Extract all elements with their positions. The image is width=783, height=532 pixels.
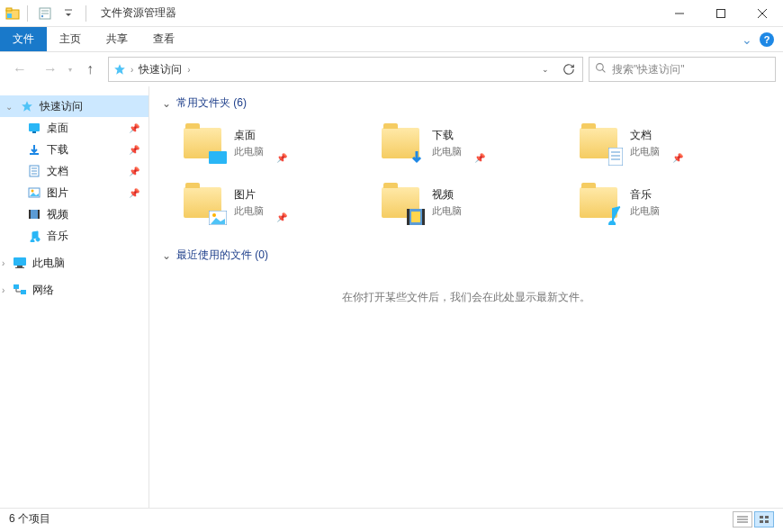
music-icon xyxy=(27,229,41,243)
pin-icon: 📌 xyxy=(672,153,683,163)
body: ⌄ 快速访问 桌面 📌 下载 📌 文档 📌 图片 📌 视频 xyxy=(0,86,783,508)
svg-point-6 xyxy=(41,14,43,16)
group-header-frequent[interactable]: ⌄ 常用文件夹 (6) xyxy=(162,95,770,111)
search-box[interactable] xyxy=(589,57,776,82)
collapse-icon: ⌄ xyxy=(162,249,171,262)
svg-rect-30 xyxy=(14,257,26,266)
help-icon[interactable]: ? xyxy=(760,32,774,47)
breadcrumb-item[interactable]: 快速访问 xyxy=(135,62,185,77)
status-count: 6 个项目 xyxy=(9,511,50,527)
folder-icon xyxy=(184,182,225,223)
star-icon xyxy=(20,99,34,113)
svg-rect-17 xyxy=(29,123,40,131)
qat-dropdown-button[interactable] xyxy=(58,4,78,23)
desktop-icon xyxy=(27,121,41,135)
folder-icon xyxy=(184,122,225,164)
folder-item-music[interactable]: 音乐 此电脑 xyxy=(580,179,760,226)
svg-rect-1 xyxy=(6,8,12,11)
address-icon xyxy=(111,63,129,76)
sidebar-item-videos[interactable]: 视频 xyxy=(0,203,148,225)
sidebar-item-label: 桌面 xyxy=(47,121,68,136)
group-title: 常用文件夹 (6) xyxy=(176,95,247,111)
nav-forward-button[interactable]: → xyxy=(38,57,63,82)
expand-icon[interactable]: › xyxy=(2,285,4,295)
pin-icon: 📌 xyxy=(129,188,140,198)
sidebar-item-downloads[interactable]: 下载 📌 xyxy=(0,139,148,160)
ribbon-right: ⌄ ? xyxy=(742,27,783,51)
search-input[interactable] xyxy=(612,63,770,76)
svg-point-25 xyxy=(32,190,34,193)
address-dropdown-button[interactable]: ⌄ xyxy=(534,58,557,81)
window-controls xyxy=(659,0,783,27)
computer-icon xyxy=(13,256,27,270)
address-actions: ⌄ xyxy=(534,58,580,81)
expand-icon[interactable]: › xyxy=(2,258,4,268)
sidebar-item-music[interactable]: 音乐 xyxy=(0,225,148,247)
tab-file[interactable]: 文件 xyxy=(0,27,47,51)
svg-rect-34 xyxy=(21,290,26,294)
qat-separator xyxy=(27,5,28,22)
tab-share[interactable]: 共享 xyxy=(94,27,140,51)
folder-location: 此电脑 xyxy=(432,204,462,218)
view-switcher xyxy=(733,511,774,527)
pin-icon: 📌 xyxy=(276,212,287,222)
svg-rect-35 xyxy=(209,151,227,164)
sidebar-item-desktop[interactable]: 桌面 📌 xyxy=(0,117,148,139)
breadcrumb-sep[interactable]: › xyxy=(129,65,135,75)
sidebar-item-quick-access[interactable]: ⌄ 快速访问 xyxy=(0,95,148,117)
folder-item-pictures[interactable]: 图片 此电脑 📌 xyxy=(184,179,364,226)
sidebar-item-label: 快速访问 xyxy=(40,99,83,114)
svg-rect-51 xyxy=(765,516,769,518)
svg-rect-52 xyxy=(760,520,763,523)
ribbon-expand-icon[interactable]: ⌄ xyxy=(742,32,752,47)
sidebar-item-label: 下载 xyxy=(47,142,68,158)
folder-item-downloads[interactable]: 下载 此电脑 📌 xyxy=(382,120,562,167)
folder-text: 下载 此电脑 xyxy=(432,128,462,158)
sidebar-item-label: 图片 xyxy=(47,185,68,201)
sidebar-item-label: 视频 xyxy=(47,207,68,222)
group-header-recent[interactable]: ⌄ 最近使用的文件 (0) xyxy=(162,248,770,263)
close-button[interactable] xyxy=(742,0,783,27)
network-icon xyxy=(13,283,27,297)
minimize-button[interactable] xyxy=(659,0,700,27)
sidebar-item-this-pc[interactable]: › 此电脑 xyxy=(0,252,148,274)
svg-rect-18 xyxy=(32,131,36,133)
empty-recent-message: 在你打开某些文件后，我们会在此处显示最新文件。 xyxy=(162,290,770,305)
folder-location: 此电脑 xyxy=(234,145,264,158)
tab-home[interactable]: 主页 xyxy=(47,27,94,51)
folder-location: 此电脑 xyxy=(630,145,660,158)
svg-marker-8 xyxy=(66,14,71,16)
svg-rect-46 xyxy=(411,212,420,222)
maximize-button[interactable] xyxy=(700,0,742,27)
refresh-button[interactable] xyxy=(557,58,580,81)
downloads-icon xyxy=(27,142,41,157)
svg-rect-33 xyxy=(14,284,19,289)
folder-name: 下载 xyxy=(432,128,462,143)
address-bar[interactable]: › 快速访问 › ⌄ xyxy=(108,57,583,82)
sidebar-item-label: 音乐 xyxy=(47,229,68,244)
svg-rect-36 xyxy=(608,148,623,166)
tab-view[interactable]: 查看 xyxy=(140,27,187,51)
view-large-icons-button[interactable] xyxy=(754,511,774,527)
folder-item-desktop[interactable]: 桌面 此电脑 📌 xyxy=(184,120,364,167)
view-details-button[interactable] xyxy=(733,511,752,527)
nav-back-button[interactable]: ← xyxy=(7,57,32,82)
nav-recent-dropdown[interactable]: ▾ xyxy=(68,66,72,74)
breadcrumb-sep-2[interactable]: › xyxy=(185,65,192,75)
sidebar-item-pictures[interactable]: 图片 📌 xyxy=(0,182,148,203)
documents-icon xyxy=(27,164,41,178)
folder-icon xyxy=(580,122,621,164)
sidebar-item-documents[interactable]: 文档 📌 xyxy=(0,160,148,182)
videos-icon xyxy=(27,207,41,221)
sidebar-item-network[interactable]: › 网络 xyxy=(0,279,148,301)
folder-item-documents[interactable]: 文档 此电脑 📌 xyxy=(580,120,760,167)
qat-properties-button[interactable] xyxy=(35,4,55,23)
search-icon xyxy=(595,62,607,77)
pin-icon: 📌 xyxy=(129,145,140,155)
folder-item-videos[interactable]: 视频 此电脑 xyxy=(382,179,562,226)
nav-up-button[interactable]: ↑ xyxy=(77,57,103,82)
expand-icon[interactable]: ⌄ xyxy=(5,102,13,112)
svg-line-15 xyxy=(602,69,605,72)
svg-rect-29 xyxy=(38,210,40,219)
qat-separator-2 xyxy=(86,5,86,22)
